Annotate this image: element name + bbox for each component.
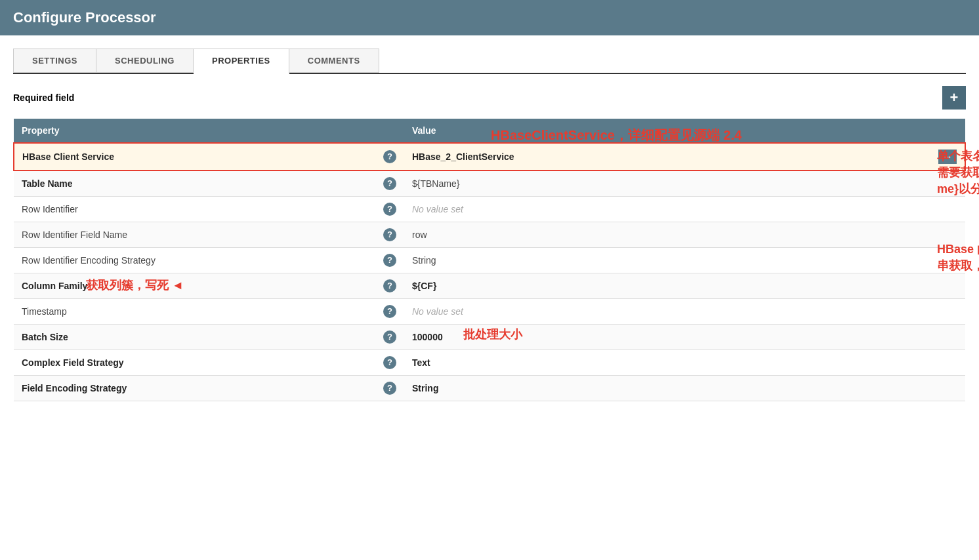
col-help-header [375, 119, 404, 143]
page-title: Configure Processor [13, 9, 156, 26]
property-name-timestamp: Timestamp [14, 299, 375, 325]
help-row-enc[interactable]: ? [375, 248, 404, 273]
property-name-col-family: Column Family 获取列簇，写死 ◄ [14, 273, 375, 299]
help-row-id[interactable]: ? [375, 197, 404, 222]
help-row-id-field[interactable]: ? [375, 222, 404, 248]
help-icon[interactable]: ? [383, 279, 396, 292]
property-name-row-enc: Row Identifier Encoding Strategy [14, 248, 375, 273]
value-batch-size: 100000 批处理大小 [404, 325, 930, 350]
arrow-hbase-client[interactable]: → [930, 143, 965, 170]
table-row: Batch Size ? 100000 批处理大小 [14, 325, 965, 350]
no-arrow [930, 197, 965, 222]
required-field-label: Required field [13, 92, 74, 103]
tab-bar: SETTINGS SCHEDULING PROPERTIES COMMENTS [13, 49, 966, 74]
no-arrow [930, 376, 965, 401]
value-complex: Text [404, 350, 930, 376]
no-arrow [930, 170, 965, 197]
annotation-cf: 获取列簇，写死 ◄ [86, 277, 184, 293]
property-name-field-enc: Field Encoding Strategy [14, 376, 375, 401]
property-name-table-name: Table Name [14, 170, 375, 197]
table-row: Row Identifier Field Name ? row [14, 222, 965, 248]
value-table-name: ${TBName} 单个表名可以自定义，多个表名 需要获取流文件携带属性${TB… [404, 170, 930, 197]
required-field-row: Required field + [13, 86, 966, 110]
no-arrow [930, 248, 965, 273]
tab-scheduling[interactable]: SCHEDULING [96, 49, 194, 73]
table-row: Row Identifier Encoding Strategy ? Strin… [14, 248, 965, 273]
value-field-enc: String [404, 376, 930, 401]
table-row: Field Encoding Strategy ? String [14, 376, 965, 401]
properties-table: Property Value HBaseClientService，详细配置见源… [13, 119, 966, 401]
help-field-enc[interactable]: ? [375, 376, 404, 401]
property-name-row-id: Row Identifier [14, 197, 375, 222]
table-row: Table Name ? ${TBName} 单个表名可以自定义，多个表名 需要… [14, 170, 965, 197]
help-hbase-client[interactable]: ? [375, 143, 404, 170]
help-icon[interactable]: ? [383, 228, 396, 241]
help-icon[interactable]: ? [383, 382, 396, 395]
no-arrow [930, 273, 965, 299]
value-row-enc: String HBase 的 rowkey，从流文件 JSON 串获取，为固定值… [404, 248, 930, 273]
tab-settings[interactable]: SETTINGS [13, 49, 96, 73]
property-name-complex: Complex Field Strategy [14, 350, 375, 376]
col-property-header: Property [14, 119, 375, 143]
help-col-family[interactable]: ? [375, 273, 404, 299]
help-timestamp[interactable]: ? [375, 299, 404, 325]
tab-comments[interactable]: COMMENTS [289, 49, 379, 73]
help-icon[interactable]: ? [383, 150, 396, 163]
table-row: HBase Client Service ? HBase_2_ClientSer… [14, 143, 965, 170]
properties-table-wrapper: Property Value HBaseClientService，详细配置见源… [13, 119, 966, 401]
no-arrow [930, 350, 965, 376]
help-icon[interactable]: ? [383, 330, 396, 344]
annotation-batch: 批处理大小 [463, 327, 522, 342]
no-arrow [930, 325, 965, 350]
help-table-name[interactable]: ? [375, 170, 404, 197]
value-col-family: ${CF} [404, 273, 930, 299]
table-row: Column Family 获取列簇，写死 ◄ ? ${CF} [14, 273, 965, 299]
properties-tbody: HBase Client Service ? HBase_2_ClientSer… [14, 143, 965, 401]
help-icon[interactable]: ? [383, 177, 396, 190]
no-arrow [930, 222, 965, 248]
value-header-label: Value [412, 125, 436, 136]
col-value-header: Value HBaseClientService，详细配置见源端 2.4 [404, 119, 930, 143]
col-action-header [930, 119, 965, 143]
help-icon[interactable]: ? [383, 254, 396, 267]
header: Configure Processor [0, 0, 979, 35]
help-icon[interactable]: ? [383, 356, 396, 369]
help-batch-size[interactable]: ? [375, 325, 404, 350]
value-text: String [412, 255, 436, 266]
table-row: Complex Field Strategy ? Text [14, 350, 965, 376]
no-arrow [930, 299, 965, 325]
table-row: Timestamp ? No value set [14, 299, 965, 325]
property-name-row-id-field: Row Identifier Field Name [14, 222, 375, 248]
help-complex[interactable]: ? [375, 350, 404, 376]
prop-name-text: Column Family [22, 281, 87, 291]
value-text: ${TBName} [412, 178, 459, 189]
value-hbase-client: HBase_2_ClientService [404, 143, 930, 170]
value-text: 100000 [412, 332, 443, 342]
help-icon[interactable]: ? [383, 305, 396, 318]
property-name-batch-size: Batch Size [14, 325, 375, 350]
add-property-button[interactable]: + [942, 86, 966, 110]
value-row-id-field: row [404, 222, 930, 248]
help-icon[interactable]: ? [383, 203, 396, 216]
value-row-id: No value set [404, 197, 930, 222]
tab-properties[interactable]: PROPERTIES [194, 49, 289, 74]
arrow-icon[interactable]: → [938, 150, 957, 164]
value-timestamp: No value set [404, 299, 930, 325]
table-row: Row Identifier ? No value set [14, 197, 965, 222]
property-name-hbase-client: HBase Client Service [14, 143, 375, 170]
